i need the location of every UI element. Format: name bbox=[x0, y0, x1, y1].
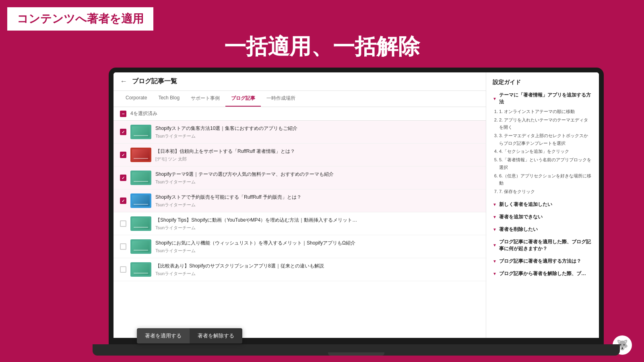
apply-button[interactable]: 著者を適用する bbox=[137, 328, 190, 343]
chevron-right-icon: ▼ bbox=[493, 259, 497, 263]
guide-step: 5.「著者情報」という名前のアプリブロックを選択 bbox=[499, 156, 592, 171]
guide-section-label-7: ブログ記事から著者を解除した際、ブ… bbox=[499, 270, 586, 277]
tab-tech-blog[interactable]: Tech Blog bbox=[153, 91, 185, 107]
article-info-5: 【Shopify Tips】Shopifyに動画（YouTubeやMP4）を埋め… bbox=[155, 217, 479, 231]
action-bar: 著者を適用する 著者を解除する bbox=[137, 328, 242, 343]
article-info-6: Shopifyにお気に入り機能（ウィッシュリスト）を導入するメリット｜Shopi… bbox=[155, 240, 479, 254]
tab-temp[interactable]: 一時作成場所 bbox=[261, 91, 301, 107]
guide-section-header-2[interactable]: ▼ 新しく著者を追加したい bbox=[493, 201, 592, 208]
tabs-bar: Corporate Tech Blog サポート事例 ブログ記事 一時作成場所 bbox=[114, 91, 486, 107]
guide-section-1: ▼ テーマに「著者情報」アプリを追加する方法 1. オンラインストアテーマの順に… bbox=[493, 92, 592, 195]
article-checkbox-4[interactable] bbox=[120, 197, 126, 204]
app-container: ← ブログ記事一覧 Corporate Tech Blog サポート事例 ブログ… bbox=[114, 72, 599, 338]
article-checkbox-7[interactable] bbox=[120, 266, 126, 273]
guide-step: 7. 保存をクリック bbox=[499, 188, 592, 195]
article-item[interactable]: Shopifyにお気に入り機能（ウィッシュリスト）を導入するメリット｜Shopi… bbox=[114, 235, 486, 258]
chevron-right-icon: ▼ bbox=[493, 215, 497, 219]
article-author-4: Tsunライターチーム bbox=[155, 202, 479, 208]
app-header: ← ブログ記事一覧 bbox=[114, 72, 486, 91]
guide-section-label-1: テーマに「著者情報」アプリを追加する方法 bbox=[499, 92, 592, 105]
article-info-2: 【日本初】信頼向上をサポートする「RuffRuff 著者情報」とは？ [デモ] … bbox=[155, 148, 479, 162]
guide-step: 3. テーマエディタ上部のセレクトボックスからブログ記事テンプレートを選択 bbox=[499, 132, 592, 147]
article-thumb-4 bbox=[130, 193, 151, 208]
back-button[interactable]: ← bbox=[120, 77, 127, 86]
article-title-6: Shopifyにお気に入り機能（ウィッシュリスト）を導入するメリット｜Shopi… bbox=[155, 240, 479, 247]
article-item[interactable]: 【比較表あり】Shopifyのサブスクリプションアプリ8選｜従来との違いも解説 … bbox=[114, 258, 486, 281]
article-thumb-2 bbox=[130, 148, 151, 162]
selection-count: 4を選択済み bbox=[130, 110, 157, 117]
article-title-4: Shopifyストアで予約販売を可能にする「RuffRuff 予約販売」とは？ bbox=[155, 194, 479, 201]
top-label-text: コンテンツへ著者を適用 bbox=[17, 12, 144, 25]
guide-section-label-3: 著者を追加できない bbox=[499, 214, 543, 220]
selection-bar: 4を選択済み bbox=[114, 107, 486, 121]
guide-section-header-7[interactable]: ▼ ブログ記事から著者を解除した際、ブ… bbox=[493, 270, 592, 277]
guide-section-header-4[interactable]: ▼ 著者を削除したい bbox=[493, 226, 592, 233]
chevron-down-icon: ▼ bbox=[493, 97, 497, 101]
tab-corporate[interactable]: Corporate bbox=[120, 91, 153, 107]
article-item[interactable]: Shopifyストアで予約販売を可能にする「RuffRuff 予約販売」とは？ … bbox=[114, 189, 486, 212]
select-all-checkbox[interactable] bbox=[120, 111, 126, 117]
article-info-1: Shopifyストアの集客方法10選｜集客におすすめのアプリもご紹介 Tsunラ… bbox=[155, 125, 479, 139]
guide-step: 6.（任意）アプリセクションを好きな場所に移動 bbox=[499, 172, 592, 187]
laptop-base bbox=[93, 344, 620, 356]
article-info-4: Shopifyストアで予約販売を可能にする「RuffRuff 予約販売」とは？ … bbox=[155, 194, 479, 208]
article-info-7: 【比較表あり】Shopifyのサブスクリプションアプリ8選｜従来との違いも解説 … bbox=[155, 263, 479, 277]
article-title-5: 【Shopify Tips】Shopifyに動画（YouTubeやMP4）を埋め… bbox=[155, 217, 479, 224]
left-panel: ← ブログ記事一覧 Corporate Tech Blog サポート事例 ブログ… bbox=[114, 72, 486, 338]
article-author-6: Tsunライターチーム bbox=[155, 248, 479, 254]
article-author-5: Tsunライターチーム bbox=[155, 225, 479, 231]
laptop-frame: ← ブログ記事一覧 Corporate Tech Blog サポート事例 ブログ… bbox=[109, 68, 604, 350]
article-thumb-7 bbox=[130, 262, 151, 277]
article-thumb-6 bbox=[130, 239, 151, 254]
right-panel: 設定ガイド ▼ テーマに「著者情報」アプリを追加する方法 1. オンラインストア… bbox=[486, 72, 599, 338]
guide-section-3: ▼ 著者を追加できない bbox=[493, 214, 592, 220]
article-thumb-3 bbox=[130, 171, 151, 185]
chevron-right-icon: ▼ bbox=[493, 227, 497, 232]
article-checkbox-5[interactable] bbox=[120, 220, 126, 227]
guide-section-6: ▼ ブログ記事に著者を適用する方法は？ bbox=[493, 258, 592, 265]
guide-step: 2. アプリを入れたいテーマのテーマエディタを開く bbox=[499, 116, 592, 131]
guide-title: 設定ガイド bbox=[493, 79, 592, 86]
guide-section-header-1[interactable]: ▼ テーマに「著者情報」アプリを追加する方法 bbox=[493, 92, 592, 105]
article-item[interactable]: 【日本初】信頼向上をサポートする「RuffRuff 著者情報」とは？ [デモ] … bbox=[114, 144, 486, 167]
article-item[interactable]: 【Shopify Tips】Shopifyに動画（YouTubeやMP4）を埋め… bbox=[114, 212, 486, 235]
guide-section-label-2: 新しく著者を追加したい bbox=[499, 201, 552, 208]
article-checkbox-6[interactable] bbox=[120, 243, 126, 250]
guide-section-7: ▼ ブログ記事から著者を解除した際、ブ… bbox=[493, 270, 592, 277]
guide-section-header-5[interactable]: ▼ ブログ記事に著者を適用した際、ブログ記事に何が起きますか？ bbox=[493, 239, 592, 252]
article-title-1: Shopifyストアの集客方法10選｜集客におすすめのアプリもご紹介 bbox=[155, 125, 479, 132]
laptop-screen: ← ブログ記事一覧 Corporate Tech Blog サポート事例 ブログ… bbox=[114, 72, 599, 338]
article-author-2: [デモ] ツン 太郎 bbox=[155, 156, 479, 162]
article-thumb-1 bbox=[130, 125, 151, 139]
article-author-3: Tsunライターチーム bbox=[155, 179, 479, 185]
article-checkbox-2[interactable] bbox=[120, 152, 126, 158]
tab-blog[interactable]: ブログ記事 bbox=[225, 91, 261, 107]
article-checkbox-1[interactable] bbox=[120, 129, 126, 135]
guide-section-label-5: ブログ記事に著者を適用した際、ブログ記事に何が起きますか？ bbox=[499, 239, 592, 252]
guide-section-label-6: ブログ記事に著者を適用する方法は？ bbox=[499, 258, 581, 265]
article-author-1: Tsunライターチーム bbox=[155, 133, 479, 139]
guide-step: 1. オンラインストアテーマの順に移動 bbox=[499, 108, 592, 115]
remove-button[interactable]: 著者を解除する bbox=[190, 328, 242, 343]
article-item[interactable]: Shopifyテーマ9選｜テーマの選び方や人気の無料テーマ、おすすめのテーマも紹… bbox=[114, 167, 486, 189]
article-checkbox-3[interactable] bbox=[120, 175, 126, 181]
tab-support[interactable]: サポート事例 bbox=[185, 91, 225, 107]
guide-steps-1: 1. オンラインストアテーマの順に移動 2. アプリを入れたいテーマのテーマエデ… bbox=[493, 108, 592, 195]
guide-section-label-4: 著者を削除したい bbox=[499, 226, 538, 233]
guide-section-2: ▼ 新しく著者を追加したい bbox=[493, 201, 592, 208]
main-heading: 一括適用、一括解除 bbox=[0, 32, 644, 62]
guide-section-header-6[interactable]: ▼ ブログ記事に著者を適用する方法は？ bbox=[493, 258, 592, 265]
guide-section-header-3[interactable]: ▼ 著者を追加できない bbox=[493, 214, 592, 220]
guide-section-4: ▼ 著者を削除したい bbox=[493, 226, 592, 233]
top-label-box: コンテンツへ著者を適用 bbox=[7, 7, 153, 31]
article-title-2: 【日本初】信頼向上をサポートする「RuffRuff 著者情報」とは？ bbox=[155, 148, 479, 155]
chevron-right-icon: ▼ bbox=[493, 243, 497, 247]
article-title-3: Shopifyテーマ9選｜テーマの選び方や人気の無料テーマ、おすすめのテーマも紹… bbox=[155, 171, 479, 178]
article-title-7: 【比較表あり】Shopifyのサブスクリプションアプリ8選｜従来との違いも解説 bbox=[155, 263, 479, 269]
article-list: Shopifyストアの集客方法10選｜集客におすすめのアプリもご紹介 Tsunラ… bbox=[114, 121, 486, 338]
guide-step: 4.「セクションを追加」をクリック bbox=[499, 148, 592, 155]
article-item[interactable]: Shopifyストアの集客方法10選｜集客におすすめのアプリもご紹介 Tsunラ… bbox=[114, 121, 486, 144]
article-author-7: Tsunライターチーム bbox=[155, 271, 479, 277]
article-info-3: Shopifyテーマ9選｜テーマの選び方や人気の無料テーマ、おすすめのテーマも紹… bbox=[155, 171, 479, 185]
article-thumb-5 bbox=[130, 216, 151, 231]
